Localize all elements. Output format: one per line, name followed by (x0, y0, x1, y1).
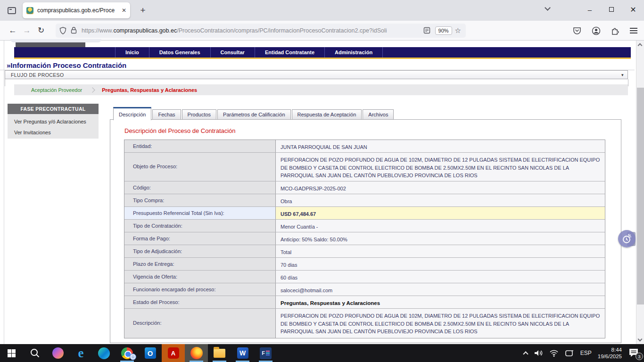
field-label: Plazo de Entrega: (124, 258, 275, 270)
scroll-down-icon[interactable] (638, 337, 642, 341)
clock-icon (622, 234, 632, 244)
taskbar-chrome-button[interactable]: ☺ (116, 344, 139, 362)
table-row: Funcionario encargado del proceso: saloc… (124, 283, 605, 296)
breadcrumb-chevron-icon (90, 87, 95, 92)
tab-archivos[interactable]: Archivos (363, 109, 394, 120)
scrolled-header-dark-fragment (16, 42, 85, 47)
back-button[interactable]: ← (6, 24, 20, 38)
volume-icon[interactable] (534, 349, 543, 357)
field-label: Presupuesto Referencial Total (Sin Iva): (124, 207, 275, 219)
wifi-icon[interactable] (549, 349, 559, 357)
taskbar-acrobat-button[interactable]: A (162, 344, 185, 362)
taskbar-outlook-button[interactable]: O (139, 344, 162, 362)
tab-title: compraspublicas.gob.ec/Proce (37, 7, 119, 14)
taskbar-clock[interactable]: 8:44 19/6/2025 (598, 346, 622, 360)
table-row-presupuesto-highlight: Presupuesto Referencial Total (Sin Iva):… (124, 207, 605, 220)
scroll-up-icon[interactable] (638, 44, 642, 47)
close-window-button[interactable]: ✕ (622, 0, 644, 19)
forward-button[interactable]: → (20, 24, 34, 38)
flujo-de-proceso-dropdown[interactable]: FLUJO DE PROCESO ▾ (5, 70, 628, 79)
field-label: Entidad: (124, 140, 275, 152)
file-explorer-icon (214, 349, 225, 358)
tab-close-icon[interactable]: ✕ (122, 7, 126, 14)
sidebar: Ver Preguntas y/ó Aclaraciones Ver Invit… (8, 114, 99, 139)
zoom-level-indicator[interactable]: 90% (435, 26, 452, 35)
field-value: 70 dias (275, 258, 605, 270)
tab-content-panel: Descripción del Proceso de Contratación … (110, 119, 621, 343)
firefox-view-icon[interactable] (5, 4, 19, 16)
lock-icon (71, 27, 77, 34)
field-value: MCO-GADPRSJP-2025-002 (275, 181, 605, 194)
field-label: Tipo de Adjudicación: (124, 245, 275, 257)
reload-button[interactable]: ↻ (34, 24, 48, 38)
field-value[interactable]: saloceci@hotmail.com (275, 283, 605, 296)
system-tray: ESP 8:44 19/6/2025 3 (524, 344, 640, 362)
tab-fechas[interactable]: Fechas (152, 109, 181, 120)
nav-item-entidad-contratante[interactable]: Entidad Contratante (255, 47, 325, 58)
account-icon[interactable] (592, 26, 601, 35)
sidebar-item-ver-preguntas[interactable]: Ver Preguntas y/ó Aclaraciones (14, 116, 99, 127)
nav-item-datos-generales[interactable]: Datos Generales (149, 47, 211, 58)
field-label: Forma de Pago: (124, 232, 275, 245)
table-row: Tipo de Contratación: Menor Cuantía - (124, 220, 605, 232)
reader-mode-icon[interactable] (423, 27, 430, 34)
taskbar-ie-button[interactable]: e (69, 344, 92, 362)
acrobat-icon: A (168, 347, 179, 359)
field-label: Tipo de Contratación: (124, 220, 275, 232)
tab-parametros[interactable]: Parámetros de Calificación (217, 109, 290, 120)
pocket-icon[interactable] (573, 26, 581, 35)
connect-display-icon[interactable] (565, 349, 574, 357)
taskbar-firefox-button[interactable] (185, 344, 208, 362)
detail-tabs: Descripción Fechas Productos Parámetros … (113, 107, 395, 120)
taskbar-search-button[interactable] (23, 344, 46, 362)
section-title: Descripción del Proceso de Contratación (124, 127, 236, 134)
field-label: Descripción: (124, 309, 275, 338)
taskbar-copilot-button[interactable] (46, 344, 69, 362)
chrome-profile-badge-icon: ☺ (130, 354, 136, 360)
table-row: Descripción: PERFORACION DE POZO PROFUND… (124, 309, 605, 338)
start-button[interactable] (0, 344, 23, 362)
address-bar[interactable]: https://www.compraspublicas.gob.ec/Proce… (56, 24, 466, 38)
shield-icon (59, 27, 66, 34)
table-row: Código: MCO-GADPRSJP-2025-002 (124, 181, 605, 194)
scrollbar-thumb[interactable] (637, 88, 644, 304)
table-row: Plazo de Entrega: 70 dias (124, 258, 605, 271)
minimize-button[interactable]: – (579, 0, 601, 19)
table-row: Objeto de Proceso: PERFORACION DE POZO P… (124, 153, 605, 181)
notification-center-button[interactable]: 3 (628, 347, 640, 359)
session-timer-badge[interactable] (618, 230, 636, 247)
language-indicator[interactable]: ESP (580, 350, 592, 356)
tab-descripcion[interactable]: Descripción (113, 107, 151, 120)
tray-expand-icon[interactable] (523, 351, 528, 356)
browser-tab[interactable]: compraspublicas.gob.ec/Proce ✕ (23, 2, 130, 18)
nav-item-consultar[interactable]: Consultar (211, 47, 255, 58)
nav-item-inicio[interactable]: Inicio (115, 47, 149, 58)
taskbar-explorer-button[interactable] (208, 344, 231, 362)
browser-tab-strip: compraspublicas.gob.ec/Proce ✕ + – ✕ (0, 0, 644, 21)
menu-hamburger-icon[interactable] (630, 28, 637, 33)
bookmark-star-icon[interactable]: ☆ (455, 26, 461, 35)
nav-item-administracion[interactable]: Administración (325, 47, 383, 58)
tab-respuesta-aceptacion[interactable]: Respuesta de Aceptación (292, 109, 362, 120)
field-label: Vigencia de Oferta: (124, 271, 275, 283)
new-tab-button[interactable]: + (137, 5, 149, 16)
taskbar-word-button[interactable]: W (231, 344, 254, 362)
process-detail-table: Entidad: JUNTA PARROQUIAL DE SAN JUAN Ob… (124, 140, 605, 338)
list-tabs-icon[interactable] (545, 6, 555, 15)
breadcrumb-aceptacion-proveedor[interactable]: Aceptación Proveedor (31, 87, 82, 93)
taskbar-fes-button[interactable]: F (254, 344, 277, 362)
table-row: Tipo de Adjudicación: Total (124, 245, 605, 258)
taskbar-edge-button[interactable] (92, 344, 116, 362)
restore-button[interactable] (601, 0, 622, 19)
tab-productos[interactable]: Productos (182, 109, 217, 120)
extensions-puzzle-icon[interactable] (611, 26, 619, 35)
sidebar-item-ver-invitaciones[interactable]: Ver Invitaciones (14, 127, 99, 138)
field-value: Total (275, 245, 605, 257)
scrolled-header-fragment (10, 39, 101, 42)
browser-scrollbar[interactable] (636, 41, 644, 344)
fes-app-icon: F (260, 347, 272, 359)
windows-logo-icon (8, 349, 16, 357)
nav-gold-line (14, 58, 631, 59)
internet-explorer-icon: e (78, 347, 84, 360)
field-label: Funcionario encargado del proceso: (124, 283, 275, 296)
